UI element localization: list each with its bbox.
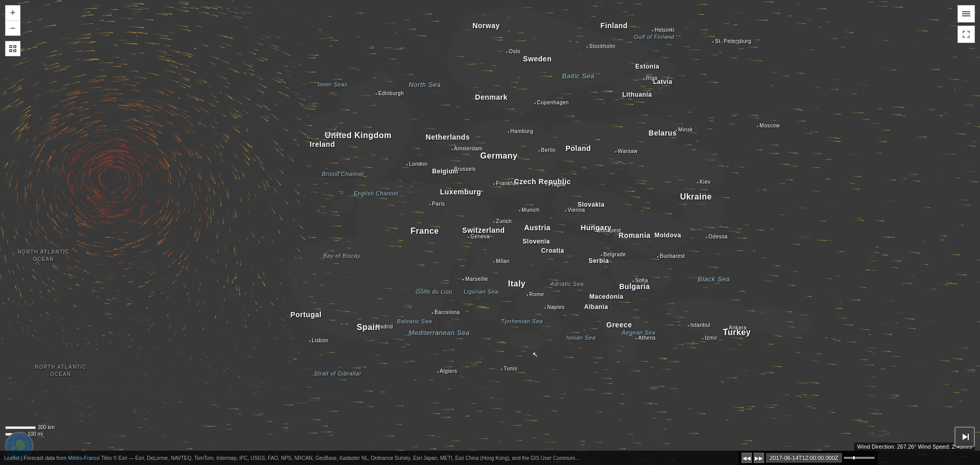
layers-button[interactable] — [957, 5, 975, 23]
time-controls: ◀◀ ▶▶ 2017-06-14T12:00:00.000Z — [738, 451, 878, 465]
map-svg — [0, 0, 980, 465]
datetime-display: 2017-06-14T12:00:00.000Z — [766, 453, 842, 462]
map-cursor: ↖ — [532, 350, 540, 359]
svg-rect-46 — [10, 50, 12, 52]
zoom-controls: + − — [5, 5, 20, 36]
time-prev-button[interactable]: ◀◀ — [742, 453, 752, 463]
meteo-link[interactable]: Météo-France — [68, 455, 100, 461]
leaflet-link[interactable]: Leaflet — [4, 455, 19, 461]
svg-rect-45 — [14, 46, 16, 48]
timeline-slider[interactable] — [844, 457, 875, 459]
fullscreen-button[interactable] — [957, 26, 975, 43]
svg-rect-50 — [962, 15, 970, 16]
scale-km-bar — [5, 426, 36, 429]
north-atlantic-label: NORTH ATLANTICOCEAN — [35, 364, 86, 378]
fit-extent-button[interactable] — [5, 41, 20, 56]
time-next-button[interactable]: ▶▶ — [754, 453, 764, 463]
map-container[interactable]: United KingdomIrelandFranceSpainPortugal… — [0, 0, 980, 465]
svg-point-43 — [10, 10, 92, 72]
svg-marker-54 — [963, 434, 968, 440]
svg-rect-44 — [10, 46, 12, 48]
scale-mi-label: 100 mi — [28, 431, 43, 437]
zoom-in-button[interactable]: + — [5, 5, 20, 20]
play-forward-button[interactable] — [954, 427, 975, 447]
svg-rect-48 — [962, 11, 970, 12]
svg-rect-47 — [14, 50, 16, 52]
svg-rect-49 — [962, 13, 970, 14]
svg-rect-55 — [968, 434, 969, 440]
attribution-text: Leaflet | Forecast data from Météo-Franc… — [4, 455, 579, 461]
scale-km-label: 300 km — [38, 425, 55, 430]
zoom-out-button[interactable]: − — [5, 20, 20, 36]
